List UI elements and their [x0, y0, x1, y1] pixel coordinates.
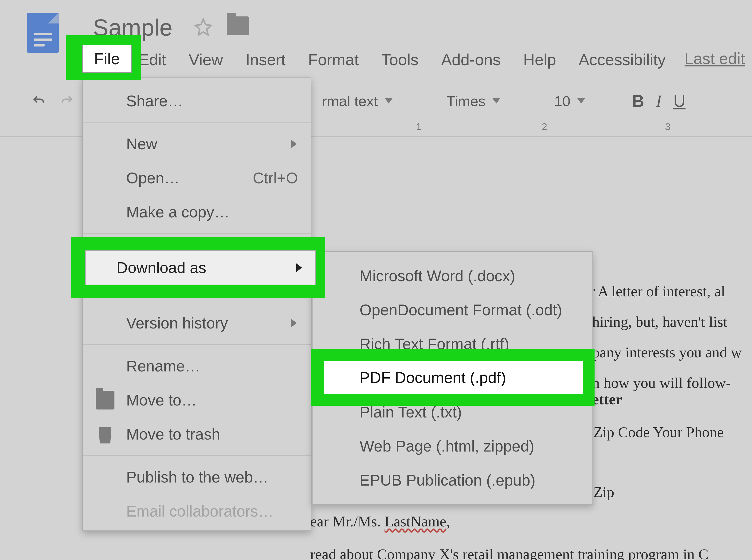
menu-accessibility[interactable]: Accessibility	[575, 48, 669, 71]
submenu-arrow-icon	[291, 319, 297, 327]
star-icon[interactable]	[194, 18, 213, 36]
menu-item-label: EPUB Publication (.epub)	[360, 471, 535, 489]
menu-item-label: Rename…	[126, 357, 200, 375]
menu-view[interactable]: View	[186, 48, 226, 71]
menu-insert[interactable]: Insert	[242, 48, 289, 71]
tutorial-highlight-file: File	[66, 35, 141, 80]
menu-item-move-to[interactable]: Move to…	[83, 383, 311, 417]
menu-item-label: Publish to the web…	[126, 468, 268, 486]
highlight-label: PDF Document (.pdf)	[360, 368, 506, 386]
redo-icon[interactable]	[59, 94, 75, 108]
move-folder-icon[interactable]	[227, 16, 249, 35]
font-label: Times	[446, 93, 485, 109]
menu-item-label: Web Page (.html, zipped)	[360, 437, 534, 455]
menu-bar: File Edit View Insert Format Tools Add-o…	[87, 48, 752, 71]
chevron-down-icon	[385, 98, 392, 103]
body-text: ear Mr./Ms.	[310, 513, 384, 530]
menu-help[interactable]: Help	[520, 48, 559, 71]
underline-button[interactable]: U	[673, 91, 686, 111]
menu-item-share[interactable]: Share…	[83, 84, 311, 118]
highlight-label: Download as	[117, 259, 206, 277]
menu-tools[interactable]: Tools	[378, 48, 422, 71]
menu-item-label: Move to…	[126, 391, 197, 409]
spelling-error: LastName	[384, 513, 446, 530]
menu-item-label: Version history	[126, 314, 228, 332]
menu-item-label: Make a copy…	[126, 203, 230, 221]
menu-item-open[interactable]: Open… Ctrl+O	[83, 161, 311, 195]
body-text: hiring, but, haven't list	[592, 314, 727, 330]
body-text: r A letter of interest, al	[590, 283, 725, 300]
tutorial-highlight-download-as: Download as	[71, 237, 325, 298]
submenu-item-docx[interactable]: Microsoft Word (.docx)	[312, 259, 593, 293]
menu-item-label: Microsoft Word (.docx)	[360, 267, 515, 285]
body-text: read about Company X's retail management…	[310, 546, 709, 560]
ruler-mark-1: 1	[416, 121, 421, 133]
font-size-label: 10	[554, 93, 570, 109]
body-heading: etter	[592, 391, 622, 407]
trash-icon	[96, 425, 114, 443]
menu-item-label: Open…	[126, 169, 179, 187]
last-edit-link[interactable]: Last edit	[684, 49, 745, 67]
highlight-label: File	[94, 49, 120, 68]
font-selector[interactable]: Times	[440, 93, 507, 109]
menu-item-label: Email collaborators…	[126, 502, 273, 520]
font-size-selector[interactable]: 10	[547, 93, 592, 109]
menu-item-make-copy[interactable]: Make a copy…	[83, 195, 311, 229]
menu-item-email-collaborators: Email collaborators…	[83, 494, 311, 528]
bold-button[interactable]: B	[632, 91, 644, 111]
menu-item-label: Move to trash	[126, 425, 220, 443]
body-text: Zip	[593, 484, 614, 500]
italic-button[interactable]: I	[656, 91, 661, 111]
file-menu-dropdown: Share… New Open… Ctrl+O Make a copy… Dow…	[82, 78, 311, 531]
keyboard-shortcut: Ctrl+O	[253, 169, 298, 187]
folder-icon	[96, 391, 114, 409]
menu-item-new[interactable]: New	[83, 127, 311, 161]
menu-format[interactable]: Format	[305, 48, 362, 71]
chevron-down-icon	[577, 98, 585, 103]
menu-item-label: New	[126, 135, 157, 153]
paragraph-style-selector[interactable]: rmal text	[315, 93, 400, 109]
menu-addons[interactable]: Add-ons	[438, 48, 504, 71]
body-text: ,	[446, 513, 450, 530]
submenu-arrow-icon	[296, 263, 302, 272]
chevron-down-icon	[493, 98, 500, 103]
submenu-item-odt[interactable]: OpenDocument Format (.odt)	[312, 293, 593, 327]
tutorial-highlight-pdf: PDF Document (.pdf)	[311, 349, 595, 406]
menu-item-move-to-trash[interactable]: Move to trash	[83, 417, 311, 451]
undo-icon[interactable]	[31, 94, 47, 108]
menu-item-publish[interactable]: Publish to the web…	[83, 460, 311, 494]
body-text: pany interests you and w	[592, 344, 742, 361]
menu-item-label: Share…	[126, 92, 183, 110]
menu-item-version-history[interactable]: Version history	[83, 306, 311, 340]
menu-item-rename[interactable]: Rename…	[83, 349, 311, 383]
ruler-mark-3: 3	[665, 121, 671, 133]
submenu-item-html[interactable]: Web Page (.html, zipped)	[312, 429, 593, 463]
menu-item-label: OpenDocument Format (.odt)	[360, 301, 562, 319]
body-text: Zip Code Your Phone	[593, 424, 724, 440]
paragraph-style-label: rmal text	[322, 93, 378, 109]
ruler-mark-2: 2	[542, 121, 547, 133]
docs-app-icon[interactable]	[27, 13, 59, 53]
submenu-item-epub[interactable]: EPUB Publication (.epub)	[312, 463, 593, 497]
submenu-arrow-icon	[291, 140, 297, 148]
